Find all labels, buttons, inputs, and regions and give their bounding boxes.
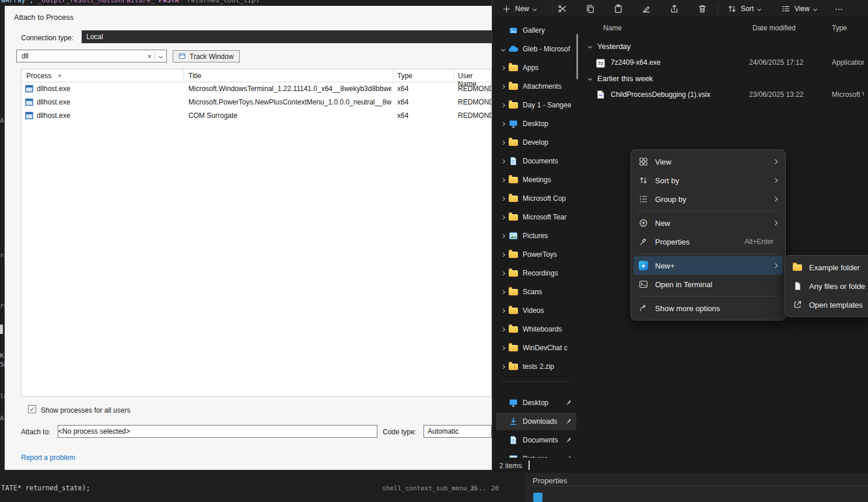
- chevron-right-icon[interactable]: [499, 328, 508, 331]
- group-header-yesterday[interactable]: Yesterday: [589, 41, 631, 51]
- process-row[interactable]: dllhost.exe Microsoft.WindowsTerminal_1.…: [22, 82, 491, 96]
- sidebar-item-apps[interactable]: Apps: [496, 59, 576, 76]
- sidebar-item-onedrive[interactable]: Gleb - Microsof: [496, 40, 576, 58]
- cut-button[interactable]: [555, 2, 569, 16]
- submenu-arrow-icon: [773, 178, 778, 183]
- chevron-right-icon[interactable]: [499, 197, 508, 200]
- sidebar-item-whiteboards[interactable]: Whiteboards: [496, 320, 576, 338]
- process-cell: dllhost.exe: [37, 98, 181, 106]
- sidebar-item-documents[interactable]: Documents: [496, 152, 576, 170]
- file-name: ChildProcessDebugging (1).vsix: [611, 90, 739, 99]
- share-button[interactable]: [667, 2, 681, 16]
- column-header-type[interactable]: Type: [397, 72, 412, 80]
- sidebar-pinned-downloads[interactable]: Downloads: [496, 413, 576, 430]
- file-row-vsix[interactable]: ChildProcessDebugging (1).vsix 23/06/202…: [589, 88, 863, 102]
- submenu-arrow-icon: [773, 263, 778, 268]
- sidebar-item-powertoys[interactable]: PowerToys: [496, 246, 576, 263]
- sidebar-item-develop[interactable]: Develop: [496, 134, 576, 151]
- sidebar-item-recordings[interactable]: Recordings: [496, 264, 576, 282]
- context-menu-item-open-terminal[interactable]: Open in Terminal: [634, 275, 783, 294]
- attach-to-field[interactable]: [58, 425, 377, 438]
- copy-button[interactable]: [583, 2, 597, 16]
- code-type-combo[interactable]: Automatic: [424, 425, 492, 438]
- filter-dropdown-button[interactable]: [155, 55, 166, 58]
- chevron-right-icon[interactable]: [499, 272, 508, 275]
- chevron-right-icon[interactable]: [499, 216, 508, 219]
- submenu-item-any-files[interactable]: Any files or folde: [788, 277, 868, 295]
- group-header-earlier[interactable]: Earlier this week: [589, 73, 653, 83]
- sidebar-item-scans[interactable]: Scans: [496, 283, 576, 301]
- chevron-right-icon[interactable]: [499, 347, 508, 350]
- context-menu-item-view[interactable]: View: [634, 152, 783, 171]
- paste-button[interactable]: [611, 2, 625, 16]
- more-options-button[interactable]: ⋯: [832, 2, 846, 16]
- submenu-item-open-templates[interactable]: Open templates: [788, 295, 868, 314]
- column-header-process[interactable]: Process: [26, 72, 51, 80]
- sidebar-item-microsoft-tear[interactable]: Microsoft Tear: [496, 208, 576, 226]
- chevron-right-icon[interactable]: [499, 85, 508, 88]
- context-menu-item-sort-by[interactable]: Sort by: [634, 171, 783, 190]
- sidebar-item-videos[interactable]: Videos: [496, 302, 576, 319]
- folder-icon: [508, 345, 519, 351]
- context-menu-item-newplus[interactable]: + New+: [634, 256, 783, 275]
- context-menu-item-properties[interactable]: Properties Alt+Enter: [634, 232, 783, 251]
- column-header-name[interactable]: Name: [603, 24, 622, 32]
- folder-icon: [792, 264, 803, 271]
- code-token: PWSTR*: [155, 0, 187, 4]
- clear-filter-icon[interactable]: ×: [144, 52, 155, 61]
- chevron-right-icon[interactable]: [499, 104, 508, 107]
- chevron-right-icon[interactable]: [499, 235, 508, 238]
- context-menu-item-show-more[interactable]: Show more options: [634, 299, 783, 318]
- column-header-modified[interactable]: Date modified: [752, 24, 796, 32]
- delete-button[interactable]: [695, 2, 709, 16]
- column-header-type[interactable]: Type: [832, 24, 847, 32]
- column-header-title[interactable]: Title: [188, 72, 201, 80]
- sidebar-item-tests-zip[interactable]: tests 2.zip: [496, 358, 576, 375]
- chevron-down-icon[interactable]: [499, 48, 508, 51]
- sidebar-item-pictures[interactable]: Pictures: [496, 227, 576, 245]
- submenu-item-example-folder[interactable]: Example folder: [788, 258, 868, 277]
- sidebar-item-attachments[interactable]: Attachments: [496, 78, 576, 95]
- show-all-users-checkbox[interactable]: [28, 405, 36, 413]
- file-icon: [792, 281, 803, 291]
- sidebar-pinned-desktop[interactable]: Desktop: [496, 394, 576, 412]
- editor-code-line: WArray*, _outptr_result_nuttonFailure_ P…: [1, 0, 260, 4]
- process-table: Process ▲ Title Type User Name dllhost.e…: [21, 69, 492, 397]
- process-filter-input[interactable]: [17, 52, 144, 60]
- chevron-right-icon[interactable]: [499, 67, 508, 69]
- chevron-right-icon[interactable]: [499, 160, 508, 163]
- chevron-right-icon[interactable]: [499, 179, 508, 182]
- sidebar-scrollbar[interactable]: [576, 34, 578, 79]
- sidebar-item-meetings[interactable]: Meetings: [496, 171, 576, 189]
- show-all-users-label: Show processes for all users: [41, 406, 130, 414]
- process-table-header[interactable]: Process ▲ Title Type User Name: [22, 69, 491, 82]
- connection-type-label: Connection type:: [21, 34, 74, 42]
- chevron-right-icon[interactable]: [499, 309, 508, 312]
- chevron-right-icon[interactable]: [499, 253, 508, 256]
- sidebar-item-desktop[interactable]: Desktop: [496, 115, 576, 133]
- context-menu-item-new[interactable]: New: [634, 214, 783, 232]
- process-filter-box: ×: [16, 50, 167, 62]
- title-cell: Microsoft.WindowsTerminal_1.22.11141.0_x…: [188, 85, 391, 93]
- rename-button[interactable]: [639, 2, 653, 16]
- sidebar-pinned-documents[interactable]: Documents: [496, 431, 576, 449]
- connection-type-combo[interactable]: Local: [82, 30, 492, 43]
- track-window-button[interactable]: Track Window: [173, 50, 240, 62]
- sidebar-item-windevchat[interactable]: WinDevChat c: [496, 339, 576, 357]
- report-problem-link[interactable]: Report a problem: [21, 454, 75, 462]
- chevron-right-icon[interactable]: [499, 291, 508, 294]
- sidebar-item-gallery[interactable]: Gallery: [496, 22, 576, 39]
- sidebar-item-day1[interactable]: Day 1 - Sangee: [496, 96, 576, 114]
- folder-icon: [508, 270, 519, 277]
- view-button[interactable]: View: [776, 2, 822, 16]
- process-row[interactable]: dllhost.exe Microsoft.PowerToys.NewPlusC…: [22, 96, 491, 109]
- process-row[interactable]: dllhost.exe COM Surrogate x64 REDMOND: [22, 109, 491, 123]
- file-row-7z[interactable]: 7z 7z2409-x64.exe 24/06/2025 17:12 Appli…: [589, 56, 863, 70]
- chevron-right-icon[interactable]: [499, 123, 508, 126]
- sidebar-item-microsoft-cop[interactable]: Microsoft Cop: [496, 190, 576, 207]
- new-button[interactable]: New: [497, 2, 541, 16]
- context-menu-item-group-by[interactable]: Group by: [634, 190, 783, 208]
- sort-button[interactable]: Sort: [722, 2, 766, 16]
- chevron-right-icon[interactable]: [499, 365, 508, 368]
- chevron-right-icon[interactable]: [499, 141, 508, 144]
